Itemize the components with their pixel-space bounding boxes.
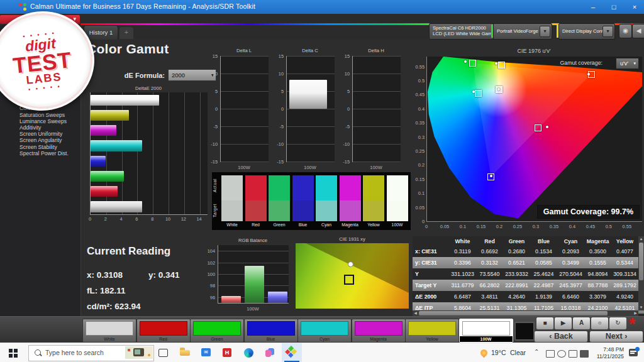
arrow-right-icon: ›: [625, 332, 627, 341]
actual-swatch: [340, 175, 361, 200]
x-tick-label: 0.5: [606, 224, 612, 229]
file-explorer-icon[interactable]: [180, 348, 191, 358]
bar-blue: [268, 292, 287, 303]
pattern-button-yellow[interactable]: Yellow: [405, 319, 459, 343]
table-row-y: Y331.102373.5540233.933225.4624270.50449…: [413, 268, 644, 280]
pattern-button-100w[interactable]: 100W: [459, 319, 513, 343]
clipboard-tray-icon[interactable]: [546, 350, 555, 358]
table-cell: 94.8094: [584, 271, 611, 277]
x-tick-label: 0.45: [586, 224, 595, 229]
camera-tray-icon[interactable]: [580, 350, 589, 358]
delta-l-plot: [220, 56, 269, 162]
gamut-coverage-dropdown[interactable]: u'v' ▾: [616, 58, 639, 69]
rgb-balance-chart: RGB Balance1041021009896100W: [203, 236, 292, 315]
source-dropdown[interactable]: Portrait VideoForge Pro ▾: [493, 23, 552, 40]
refresh-button[interactable]: ↻: [609, 317, 627, 330]
play-button[interactable]: ▶: [554, 317, 572, 330]
gridline: [221, 91, 269, 92]
sidebar-item-screen-stability[interactable]: Screen Stability: [0, 144, 80, 150]
levels-button[interactable]: ○: [591, 317, 609, 330]
edge-browser-icon[interactable]: [244, 348, 255, 358]
read-meter-button[interactable]: A: [572, 317, 591, 330]
gridline: [353, 126, 401, 127]
gridline: [153, 92, 153, 214]
red-app-icon[interactable]: H: [223, 348, 233, 358]
next-button[interactable]: Next ›: [589, 331, 643, 343]
swatch-label: 100W: [387, 222, 408, 227]
bar-100w: [289, 80, 327, 109]
scroll-up-arrow[interactable]: ▲: [638, 236, 644, 242]
sidebar-item-screen-uniformity[interactable]: Screen Uniformity: [0, 131, 80, 137]
new-tab-button[interactable]: +: [119, 27, 133, 39]
pattern-button-magenta[interactable]: Magenta: [352, 319, 406, 343]
y-tick-label: 10: [206, 71, 218, 77]
column-header: Cyan: [557, 238, 584, 244]
y-tick-label: 0.2: [413, 162, 425, 168]
x-tick-label: 0.4: [569, 224, 575, 229]
target-swatch: [363, 200, 384, 221]
display-control-dropdown[interactable]: Direct Display Control ▾: [558, 23, 615, 40]
tab-history-1[interactable]: History 1: [84, 25, 118, 40]
collapse-panel-button[interactable]: ◀: [632, 24, 644, 38]
tray-expand-chevron[interactable]: ⌃: [534, 348, 539, 355]
network-tray-icon[interactable]: [557, 350, 566, 358]
close-button[interactable]: ×: [625, 0, 644, 14]
scrollbar-thumb[interactable]: [419, 311, 608, 315]
table-vertical-scrollbar[interactable]: ▲ ▼: [638, 236, 644, 310]
sidebar-item-screen-angularity[interactable]: Screen Angularity: [0, 137, 80, 143]
target-swatch: [340, 200, 361, 221]
notification-center-icon[interactable]: [629, 349, 638, 356]
x-tick-label: 0.05: [440, 224, 449, 229]
y-tick-label: 98: [203, 283, 215, 288]
scroll-down-arrow[interactable]: ▼: [638, 305, 644, 310]
taskbar-search[interactable]: Type here to search: [28, 345, 154, 361]
restore-button[interactable]: □: [604, 0, 623, 14]
sidebar-item-spectral-power-dist[interactable]: Spectral Power Dist.: [0, 150, 80, 156]
cie1931-title: CIE 1931 xy: [296, 236, 409, 242]
gridline: [353, 109, 401, 109]
task-view-button[interactable]: [158, 348, 169, 358]
windows-taskbar: Type here to search ✉ H 19°C Clear ⌃: [0, 343, 644, 362]
x-tick-label: 0.3: [533, 224, 539, 229]
scroll-left-arrow[interactable]: ◀: [413, 310, 418, 316]
pattern-button-blue[interactable]: Blue: [244, 319, 298, 343]
pattern-label: Green: [191, 337, 243, 341]
pattern-color: [247, 321, 295, 336]
pattern-label: White: [83, 337, 136, 341]
y-tick-label: -15: [338, 159, 350, 165]
pattern-button-white[interactable]: White: [82, 319, 136, 343]
target-row-label: Target: [213, 204, 217, 217]
photos-app-icon[interactable]: [265, 348, 276, 358]
gridline: [287, 126, 335, 127]
y-tick-label: 0.1: [413, 190, 425, 196]
table-horizontal-scrollbar[interactable]: ◀ ▶: [413, 310, 638, 316]
table-row-y-cie31: y: CIE310.33960.31320.65210.05850.34990.…: [413, 257, 644, 268]
start-button[interactable]: [9, 349, 18, 358]
search-doodle-image[interactable]: [125, 346, 153, 359]
calman-taskbar-button[interactable]: [282, 343, 302, 362]
stop-button[interactable]: ■: [536, 317, 554, 330]
mail-app-icon[interactable]: ✉: [201, 348, 212, 358]
sidebar-item-saturation-sweeps[interactable]: Saturation Sweeps: [0, 112, 80, 118]
coverage-mode-value: u'v': [620, 60, 628, 67]
scrollbar-thumb[interactable]: [639, 243, 643, 280]
table-cell: 289.1792: [611, 282, 638, 288]
table-cell: 0.2093: [557, 248, 584, 255]
sidebar-item-luminance-sweeps[interactable]: Luminance Sweeps: [0, 118, 80, 124]
back-button[interactable]: ‹ Back: [534, 331, 588, 343]
taskbar-clock[interactable]: 7:48 PM 11/21/2025: [591, 346, 624, 359]
minimize-button[interactable]: –: [584, 0, 602, 14]
speaker-tray-icon[interactable]: [569, 350, 577, 358]
pattern-label: Blue: [245, 337, 297, 341]
weather-widget[interactable]: 19°C Clear: [480, 343, 531, 362]
sidebar-item-additivity[interactable]: Additivity: [0, 124, 80, 131]
pattern-button-green[interactable]: Green: [190, 319, 244, 343]
gridline: [221, 109, 269, 109]
deltae-bar-chart: [90, 92, 208, 215]
pattern-button-red[interactable]: Red: [136, 319, 191, 343]
target-icon-button[interactable]: ◉: [619, 24, 632, 38]
cie1931-chart: [296, 243, 409, 309]
pattern-button-cyan[interactable]: Cyan: [297, 319, 352, 343]
black-patch-button[interactable]: [514, 322, 535, 341]
y-tick-label: 0: [206, 106, 218, 112]
